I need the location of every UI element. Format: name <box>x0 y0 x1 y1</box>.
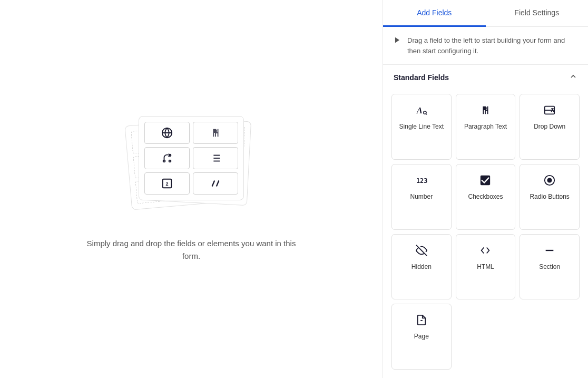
field-label-paragraph-text: Paragraph Text <box>464 123 507 131</box>
html-icon <box>479 243 491 258</box>
illustration: 2 <box>112 116 270 221</box>
svg-marker-14 <box>395 37 399 43</box>
paragraph-text-icon <box>479 103 491 118</box>
field-label-page: Page <box>414 333 429 341</box>
illus-icon-merge <box>144 147 190 169</box>
svg-text:123: 123 <box>416 177 427 184</box>
field-label-checkboxes: Checkboxes <box>468 193 503 201</box>
section-icon <box>544 243 555 258</box>
svg-point-23 <box>547 178 552 182</box>
illus-icon-list <box>193 147 238 169</box>
field-label-number: Number <box>410 193 433 201</box>
svg-point-16 <box>423 111 426 114</box>
field-label-hidden: Hidden <box>411 263 432 272</box>
right-panel: Add Fields Field Settings Drag a field t… <box>383 0 588 378</box>
field-hidden[interactable]: Hidden <box>391 234 452 300</box>
field-label-section: Section <box>539 263 560 272</box>
field-label-single-line-text: Single Line Text <box>399 123 444 131</box>
play-icon <box>394 36 401 45</box>
tabs-container: Add Fields Field Settings <box>383 0 588 27</box>
fields-grid: A Single Line Text Paragraph Text <box>383 90 588 378</box>
field-checkboxes[interactable]: Checkboxes <box>456 164 516 230</box>
field-number[interactable]: 123 Number <box>391 164 452 230</box>
hidden-icon <box>416 243 427 258</box>
left-panel: 2 Simply drag and drop the fields or ele… <box>0 0 383 378</box>
tab-field-settings[interactable]: Field Settings <box>486 0 589 27</box>
illus-icon-box: 2 <box>144 172 190 195</box>
chevron-up-icon <box>569 72 577 82</box>
illustration-card-front: 2 <box>139 116 244 200</box>
checkboxes-icon <box>479 173 491 188</box>
field-page[interactable]: Page <box>391 304 452 370</box>
info-box: Drag a field to the left to start buildi… <box>383 27 588 65</box>
illus-icon-slash <box>193 172 238 195</box>
field-paragraph-text[interactable]: Paragraph Text <box>456 94 516 160</box>
page-icon <box>416 313 427 327</box>
svg-text:A: A <box>416 105 423 115</box>
svg-point-1 <box>163 160 165 162</box>
illus-icon-paragraph <box>193 122 238 144</box>
field-label-radio-buttons: Radio Buttons <box>530 193 569 201</box>
field-label-html: HTML <box>477 263 494 272</box>
drag-hint-text: Simply drag and drop the fields or eleme… <box>86 237 297 263</box>
field-single-line-text[interactable]: A Single Line Text <box>391 94 452 160</box>
standard-fields-title: Standard Fields <box>394 73 449 82</box>
svg-point-3 <box>169 160 171 162</box>
tab-add-fields[interactable]: Add Fields <box>383 0 486 27</box>
field-label-drop-down: Drop Down <box>534 123 565 131</box>
svg-line-12 <box>212 180 215 186</box>
field-drop-down[interactable]: Drop Down <box>520 94 580 160</box>
number-icon: 123 <box>416 173 427 188</box>
field-html[interactable]: HTML <box>456 234 516 300</box>
field-radio-buttons[interactable]: Radio Buttons <box>520 164 580 230</box>
svg-line-13 <box>217 180 219 186</box>
illus-icon-globe <box>144 122 190 144</box>
single-line-text-icon: A <box>416 103 427 118</box>
info-text: Drag a field to the left to start buildi… <box>407 35 577 56</box>
field-section[interactable]: Section <box>520 234 580 300</box>
svg-line-17 <box>426 114 427 114</box>
svg-text:2: 2 <box>165 181 168 186</box>
radio-buttons-icon <box>544 173 555 188</box>
drop-down-icon <box>544 103 555 118</box>
standard-fields-header[interactable]: Standard Fields <box>383 65 588 90</box>
